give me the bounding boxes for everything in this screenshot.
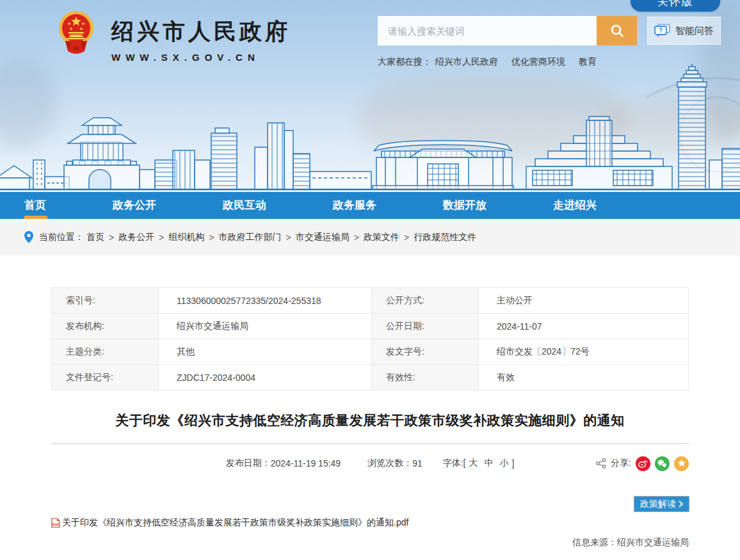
views-value: 91	[412, 458, 422, 468]
table-row: 索引号: 113306000025772335/2024-255318 公开方式…	[52, 288, 689, 314]
views-label: 浏览次数：	[367, 458, 412, 469]
pdf-icon: PDF	[51, 518, 60, 528]
hot-word-2[interactable]: 优化营商环境	[511, 56, 565, 68]
font-size-large[interactable]: 大	[469, 458, 478, 469]
nav-item-home[interactable]: 首页	[24, 192, 46, 219]
doc-pubdate-label: 公开日期:	[372, 314, 479, 339]
breadcrumb-label: 当前位置：	[39, 232, 84, 243]
doc-number-label: 发文字号:	[372, 339, 479, 365]
nav-item-interaction[interactable]: 政民互动	[223, 192, 266, 219]
site-logo[interactable]: 绍兴市人民政府 WWW.SX.GOV.CN	[58, 9, 291, 63]
search-button[interactable]	[597, 16, 637, 45]
svg-text:?: ?	[659, 27, 663, 34]
breadcrumb-separator: >	[159, 232, 164, 243]
share-icon	[596, 458, 606, 468]
doc-pubdate-value: 2024-11-07	[479, 314, 689, 339]
ai-qa-label: 智能问答	[675, 25, 714, 37]
care-version-button[interactable]: 关怀版	[631, 0, 720, 12]
weibo-icon	[638, 460, 648, 468]
policy-read-button[interactable]: 政策解读	[634, 497, 689, 511]
attachment-pdf-link[interactable]: 关于印发《绍兴市支持低空经济高质量发展若干政策市级奖补政策实施细则》的通知.pd…	[62, 517, 408, 529]
breadcrumb: 当前位置： 首页 > 政务公开 > 组织机构 > 市政府工作部门 > 市交通运输…	[0, 219, 740, 255]
breadcrumb-item-transport-bureau[interactable]: 市交通运输局	[296, 232, 350, 243]
breadcrumb-separator: >	[404, 232, 409, 243]
article-meta-row: 发布日期： 2024-11-19 15:49 浏览次数： 91 字体:[ 大 中…	[51, 453, 689, 474]
breadcrumb-separator: >	[209, 232, 214, 243]
share-label: 分享:	[611, 458, 631, 469]
share-box: 分享:	[596, 453, 689, 474]
hot-search-label: 大家都在搜：	[378, 56, 431, 68]
search-input[interactable]	[378, 16, 597, 45]
font-size-medium[interactable]: 中	[484, 458, 493, 469]
table-row: 发布机构: 绍兴市交通运输局 公开日期: 2024-11-07	[52, 314, 689, 339]
page: 绍兴市人民政府 WWW.SX.GOV.CN 关怀版	[0, 0, 740, 560]
ai-qa-button[interactable]: ? 智能问答	[647, 17, 721, 45]
font-label-close: ]	[511, 458, 514, 468]
policy-read-label: 政策解读	[640, 499, 676, 510]
share-weibo-button[interactable]	[636, 456, 650, 471]
doc-validity-value: 有效	[479, 365, 689, 390]
doc-regnumber-label: 文件登记号:	[52, 365, 159, 390]
breadcrumb-item-policy-files[interactable]: 政策文件	[364, 232, 399, 243]
qa-chat-icon: ?	[654, 24, 671, 38]
doc-info-table: 索引号: 113306000025772335/2024-255318 公开方式…	[51, 287, 689, 390]
breadcrumb-item-org[interactable]: 组织机构	[168, 232, 204, 243]
doc-number-value: 绍市交发〔2024〕72号	[479, 339, 689, 365]
nav-item-services[interactable]: 政务服务	[333, 192, 376, 219]
attachment-row: PDF 关于印发《绍兴市支持低空经济高质量发展若干政策市级奖补政策实施细则》的通…	[51, 517, 689, 529]
nav-item-gov-info[interactable]: 政务公开	[113, 192, 156, 219]
doc-index-label: 索引号:	[52, 288, 159, 314]
national-emblem-icon	[58, 9, 95, 56]
search-icon	[610, 24, 624, 38]
breadcrumb-separator: >	[286, 232, 291, 243]
font-size-control: 字体:[ 大 中 小 ]	[443, 458, 515, 469]
site-url: WWW.SX.GOV.CN	[111, 52, 291, 63]
nav-item-open-data[interactable]: 数据开放	[443, 192, 487, 219]
breadcrumb-item-gov-info[interactable]: 政务公开	[118, 232, 154, 243]
hot-word-1[interactable]: 绍兴市人民政府	[435, 56, 498, 68]
title-divider	[51, 444, 689, 444]
site-title-block: 绍兴市人民政府 WWW.SX.GOV.CN	[111, 9, 291, 63]
wechat-icon	[657, 460, 667, 468]
share-qzone-button[interactable]	[674, 456, 689, 471]
doc-agency-value: 绍兴市交通运输局	[159, 314, 372, 339]
city-skyline-illustration	[0, 64, 740, 192]
svg-text:PDF: PDF	[52, 523, 60, 527]
hot-search-row: 大家都在搜： 绍兴市人民政府 优化营商环境 教育	[378, 56, 721, 68]
breadcrumb-separator: >	[354, 232, 359, 243]
doc-regnumber-value: ZJDC17-2024-0004	[159, 365, 372, 390]
font-label-open: 字体:[	[443, 458, 466, 469]
nav-item-about-shaoxing[interactable]: 走进绍兴	[553, 192, 597, 219]
chevron-right-icon	[679, 500, 683, 508]
policy-read-row: 政策解读	[51, 497, 689, 511]
doc-index-value: 113306000025772335/2024-255318	[159, 288, 372, 314]
doc-agency-label: 发布机构:	[52, 314, 159, 339]
location-pin-icon	[24, 231, 33, 243]
doc-category-value: 其他	[159, 339, 372, 365]
main-nav: 首页 政务公开 政民互动 政务服务 数据开放 走进绍兴	[0, 192, 740, 219]
article-content: 索引号: 113306000025772335/2024-255318 公开方式…	[0, 287, 740, 548]
source-row: 信息来源：绍兴市交通运输局	[51, 537, 689, 548]
source-value: 绍兴市交通运输局	[617, 537, 689, 547]
doc-openness-label: 公开方式:	[372, 288, 479, 314]
breadcrumb-separator: >	[109, 232, 114, 243]
breadcrumb-item-home[interactable]: 首页	[86, 232, 104, 243]
doc-validity-label: 有效性:	[372, 365, 479, 390]
breadcrumb-item-departments[interactable]: 市政府工作部门	[219, 232, 282, 243]
table-row: 文件登记号: ZJDC17-2024-0004 有效性: 有效	[52, 365, 689, 390]
site-name: 绍兴市人民政府	[111, 17, 291, 47]
search-area: ? 智能问答 大家都在搜： 绍兴市人民政府 优化营商环境 教育	[378, 16, 721, 68]
doc-category-label: 主题分类:	[52, 339, 159, 365]
qzone-star-icon	[677, 459, 686, 468]
doc-openness-value: 主动公开	[479, 288, 689, 314]
page-title: 关于印发《绍兴市支持低空经济高质量发展若干政策市级奖补政策实施细则》的通知	[51, 412, 689, 429]
publish-date-label: 发布日期：	[226, 458, 271, 469]
hot-word-3[interactable]: 教育	[579, 56, 597, 68]
font-size-small[interactable]: 小	[499, 458, 508, 469]
table-row: 主题分类: 其他 发文字号: 绍市交发〔2024〕72号	[52, 339, 689, 365]
publish-date-value: 2024-11-19 15:49	[271, 458, 341, 468]
source-label: 信息来源：	[572, 537, 617, 547]
breadcrumb-item-normative-files[interactable]: 行政规范性文件	[414, 232, 476, 243]
share-wechat-button[interactable]	[655, 456, 670, 471]
site-banner: 绍兴市人民政府 WWW.SX.GOV.CN 关怀版	[0, 0, 740, 192]
